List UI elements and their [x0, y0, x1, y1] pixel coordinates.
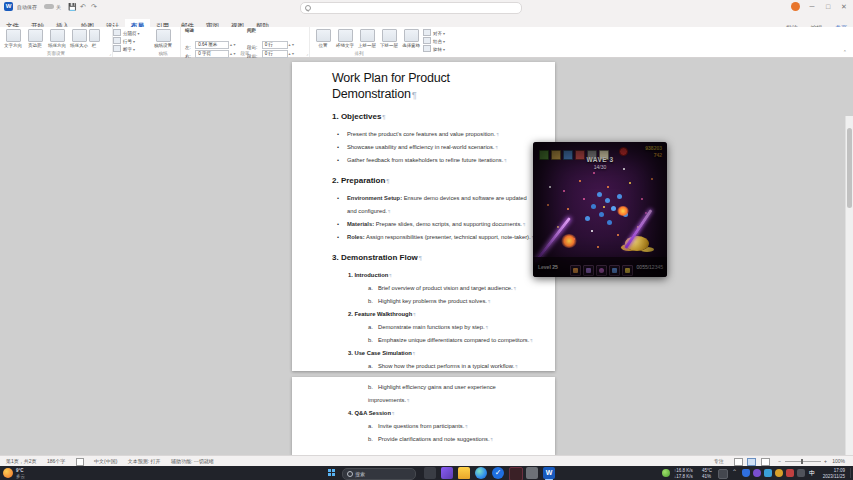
update-tray-icon[interactable] [775, 469, 783, 477]
heading-objectives: 1. Objectives [332, 111, 537, 123]
cpu-temp[interactable]: 45°C [702, 468, 712, 473]
selection-pane-icon [404, 29, 419, 42]
heading-preparation: 2. Preparation [332, 175, 537, 187]
word-taskbar-icon[interactable]: W [543, 467, 555, 479]
word-app-icon[interactable]: W [4, 2, 13, 11]
ime-indicator[interactable]: 中 [809, 469, 815, 478]
autosave-toggle[interactable] [44, 4, 54, 9]
web-layout-icon[interactable] [761, 458, 770, 466]
ribbon-layout: 文字方向 页边距 纸张方向 纸张大小 栏 页面设置 ⌟ 分隔符 ▾ 行号 ▾ 断… [0, 27, 853, 58]
clock-time[interactable]: 17:09 [834, 468, 845, 473]
account-avatar[interactable] [791, 2, 800, 11]
taskbar-search[interactable]: 搜索 [342, 468, 416, 480]
send-backward-button[interactable]: 下移一层 [378, 28, 400, 50]
grid-paper-setup-button[interactable]: 稿纸设置 [152, 28, 174, 50]
close-button[interactable]: ✕ [836, 0, 852, 14]
group-label-paragraph: 段落 [181, 51, 309, 57]
flow-subitem: b.Highlight efficiency gains and user ex… [332, 381, 537, 407]
todo-app-icon[interactable]: ✓ [492, 467, 504, 479]
flow-item: 3. Use Case Simulation [332, 347, 537, 360]
cpu-load[interactable]: 41% [702, 474, 711, 479]
vpn-tray-icon[interactable] [753, 469, 761, 477]
orientation-icon [50, 29, 65, 42]
desktop: W 自动保存 关 💾 ↶ ↷ ─ □ ✕ 文件开始插入绘图设计布局引用邮件审阅视… [0, 0, 853, 480]
document-page-2[interactable]: b.Highlight efficiency gains and user ex… [292, 377, 555, 455]
game-app-icon[interactable] [509, 467, 523, 480]
search-icon [347, 471, 353, 477]
print-layout-icon[interactable] [747, 458, 756, 466]
file-explorer-icon[interactable] [458, 467, 470, 479]
line-numbers-button[interactable]: 行号 ▾ [113, 37, 135, 44]
save-button[interactable]: 💾 [68, 0, 77, 14]
margins-button[interactable]: 页边距 [24, 28, 46, 50]
flow-subitem: a.Demonstrate main functions step by ste… [332, 321, 537, 334]
bullet: Materials: Prepare slides, demo scripts,… [332, 218, 537, 231]
volume-tray-icon[interactable] [797, 469, 805, 477]
copilot-app-icon[interactable] [441, 467, 453, 479]
spacing-label: 间距 [247, 28, 256, 33]
edge-browser-icon[interactable] [475, 467, 487, 479]
tray-chevron-icon[interactable]: ⌃ [732, 468, 737, 475]
bring-forward-icon [360, 29, 375, 42]
group-objects-icon [423, 37, 431, 44]
document-canvas: Work Plan for Product Demonstration 1. O… [0, 58, 853, 455]
flow-item: 1. Introduction [332, 269, 537, 282]
document-page-1[interactable]: Work Plan for Product Demonstration 1. O… [292, 62, 555, 371]
paragraph-dialog-launcher[interactable]: ⌟ [306, 51, 308, 56]
start-button[interactable] [326, 467, 338, 479]
bullet: Gather feedback from stakeholders to ref… [332, 154, 537, 167]
zoom-slider-thumb[interactable] [801, 459, 803, 464]
bring-forward-button[interactable]: 上移一层 [356, 28, 378, 50]
show-desktop-button[interactable] [850, 468, 851, 478]
text-direction-button[interactable]: 文字方向 [2, 28, 24, 50]
group-arrange: 位置 环绕文字 上移一层 下移一层 选择窗格 对齐 ▾ 组合 ▾ 旋转 ▾ 排列 [310, 27, 438, 57]
align-button[interactable]: 对齐 ▾ [423, 29, 445, 36]
undo-button[interactable]: ↶ [80, 0, 86, 14]
selection-pane-button[interactable]: 选择窗格 [400, 28, 422, 50]
maximize-button[interactable]: □ [820, 0, 836, 14]
collapse-ribbon-icon[interactable]: ⌃ [843, 49, 847, 55]
titlebar-search-box[interactable] [300, 2, 522, 14]
breaks-icon [113, 29, 121, 36]
columns-button[interactable]: 栏 [88, 28, 100, 50]
security-tray-icon[interactable] [786, 469, 794, 477]
defender-shield-icon[interactable] [742, 469, 750, 477]
clock-date[interactable]: 2023/11/25 [823, 474, 845, 479]
read-mode-icon[interactable] [734, 458, 743, 466]
game-vignette [533, 142, 667, 277]
wrap-text-button[interactable]: 环绕文字 [334, 28, 356, 50]
weather-desc: 多云 [16, 474, 25, 479]
group-page-setup: 文字方向 页边距 纸张方向 纸张大小 栏 页面设置 ⌟ [0, 27, 113, 57]
snipping-tray-icon[interactable] [718, 469, 728, 479]
page-setup-dialog-launcher[interactable]: ⌟ [109, 51, 111, 56]
rotate-icon [423, 45, 431, 52]
breaks-button[interactable]: 分隔符 ▾ [113, 29, 140, 36]
rotate-button[interactable]: 旋转 ▾ [423, 45, 445, 52]
hyphenation-button[interactable]: 断字 ▾ [113, 45, 135, 52]
antivirus-tray-icon[interactable] [662, 469, 670, 477]
document-scrollbar[interactable] [845, 116, 853, 480]
scrollbar-thumb[interactable] [847, 128, 852, 208]
settings-app-icon[interactable] [526, 467, 538, 479]
zoom-slider[interactable] [785, 461, 821, 462]
word-titlebar: W 自动保存 关 💾 ↶ ↷ ─ □ ✕ [0, 0, 853, 15]
cloud-tray-icon[interactable] [764, 469, 772, 477]
game-overlay-window[interactable]: 938203 742 WAVE 3 14/30 Level 25 0055/12… [533, 142, 667, 277]
orientation-button[interactable]: 纸张方向 [46, 28, 68, 50]
position-button[interactable]: 位置 [312, 28, 334, 50]
flow-subitem: a.Brief overview of product vision and t… [332, 282, 537, 295]
redo-button[interactable]: ↷ [91, 0, 97, 14]
bullet: Showcase usability and efficiency in rea… [332, 141, 537, 154]
send-backward-icon [382, 29, 397, 42]
net-speed-down[interactable]: ↓17.8 K/s [674, 474, 693, 479]
minimize-button[interactable]: ─ [804, 0, 820, 14]
proofing-icon[interactable] [76, 458, 84, 466]
grid-paper-icon [156, 29, 171, 42]
flow-item: 2. Feature Walkthrough [332, 308, 537, 321]
task-view-icon[interactable] [424, 467, 436, 479]
autosave-label: 自动保存 [17, 0, 37, 14]
group-button[interactable]: 组合 ▾ [423, 37, 445, 44]
paper-size-button[interactable]: 纸张大小 [68, 28, 90, 50]
net-speed-up[interactable]: ↑16.8 K/s [674, 468, 693, 473]
group-label-manuscript: 稿纸 [146, 51, 180, 57]
